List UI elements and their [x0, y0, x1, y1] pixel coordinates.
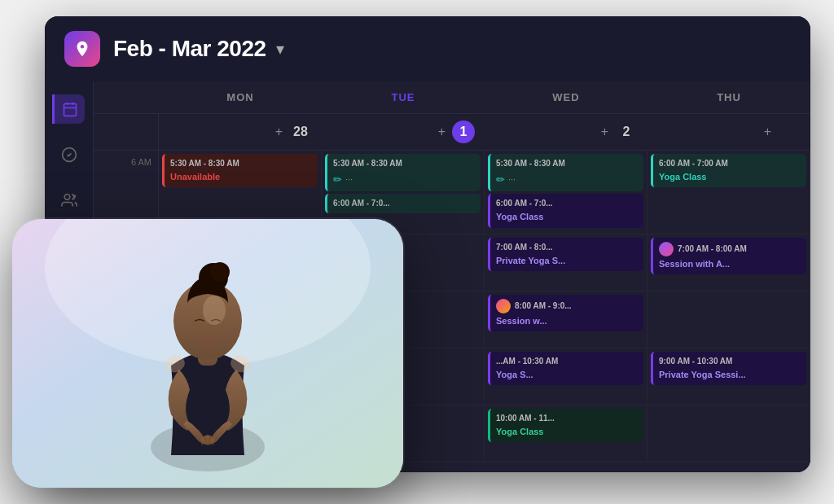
phone-content	[12, 219, 403, 488]
event-wed-530-time: 5:30 AM - 8:30 AM	[496, 158, 638, 169]
cal-cell-thu-8am	[647, 291, 810, 348]
event-thu-yoga-600[interactable]: 6:00 AM - 7:00 AM Yoga Class	[651, 154, 806, 187]
event-tue-600[interactable]: 6:00 AM - 7:0...	[325, 194, 481, 213]
event-tue-530-time: 5:30 AM - 8:30 AM	[333, 158, 475, 169]
event-wed-session-800[interactable]: 8:00 AM - 9:0... Session w...	[488, 295, 643, 331]
event-thu-900-time: 9:00 AM - 10:30 AM	[659, 356, 801, 367]
event-wed-700-time: 7:00 AM - 8:0...	[496, 242, 638, 253]
event-wed-private-700[interactable]: 7:00 AM - 8:0... Private Yoga S...	[488, 238, 643, 271]
time-col-header	[94, 81, 159, 113]
event-tue-600-time: 6:00 AM - 7:0...	[333, 198, 475, 209]
event-tue-530[interactable]: 5:30 AM - 8:30 AM ✏ ···	[325, 154, 481, 191]
date-num-tue: 1	[452, 121, 475, 143]
cal-cell-wed-9am: ...AM - 10:30 AM Yoga S...	[485, 348, 647, 405]
event-wed-530[interactable]: 5:30 AM - 8:30 AM ✏ ···	[488, 154, 643, 191]
cal-cell-wed-7am: 7:00 AM - 8:0... Private Yoga S...	[485, 234, 647, 291]
location-pin-icon	[73, 40, 91, 58]
add-event-wed[interactable]: +	[601, 125, 608, 139]
dots-tue: ···	[345, 173, 353, 186]
edit-icon-wed[interactable]: ✏	[496, 173, 505, 187]
app-logo	[64, 31, 100, 67]
event-wed-yoga-1000[interactable]: 10:00 AM - 11... Yoga Class	[488, 409, 643, 442]
edit-icon-tue[interactable]: ✏	[333, 173, 342, 187]
day-headers: MON TUE WED THU	[94, 81, 810, 114]
chevron-down-icon[interactable]: ▾	[276, 39, 284, 59]
event-thu-private-900[interactable]: 9:00 AM - 10:30 AM Private Yoga Sessi...	[651, 352, 806, 385]
day-header-wed: WED	[485, 81, 647, 113]
svg-point-13	[210, 262, 230, 282]
event-unavailable-title: Unavailable	[170, 171, 312, 183]
event-wed-600-time: 6:00 AM - 7:0...	[496, 198, 638, 209]
cal-cell-wed-6am: 5:30 AM - 8:30 AM ✏ ··· 6:00 AM - 7:0...…	[485, 151, 647, 234]
event-unavailable[interactable]: 5:30 AM - 8:30 AM Unavailable	[162, 154, 318, 187]
date-row: + 28 + 1 + 2 +	[94, 114, 810, 151]
cal-cell-thu-7am: 7:00 AM - 8:00 AM Session with A...	[647, 234, 810, 291]
day-header-thu: THU	[647, 81, 810, 113]
date-num-thu	[778, 121, 801, 143]
event-thu-private-title: Private Yoga Sessi...	[659, 369, 801, 381]
cal-cell-wed-10am: 10:00 AM - 11... Yoga Class	[485, 405, 647, 462]
svg-point-16	[203, 296, 226, 325]
app-header: Feb - Mar 2022 ▾	[45, 16, 810, 81]
date-cell-thu: +	[647, 114, 810, 150]
event-unavailable-time: 5:30 AM - 8:30 AM	[170, 158, 312, 169]
day-header-mon: MON	[159, 81, 322, 113]
yoga-illustration	[12, 219, 403, 488]
event-wed-yoga-s-title: Yoga S...	[496, 369, 638, 381]
event-thu-700-time: 7:00 AM - 8:00 AM	[678, 243, 747, 255]
sidebar-check-icon[interactable]	[55, 140, 84, 169]
event-wed-900-1030[interactable]: ...AM - 10:30 AM Yoga S...	[488, 352, 643, 385]
event-wed-1000-time: 10:00 AM - 11...	[496, 413, 638, 424]
date-cell-mon: + 28	[159, 114, 322, 150]
sidebar-people-icon[interactable]	[55, 186, 84, 215]
header-title: Feb - Mar 2022	[113, 36, 266, 62]
add-event-thu[interactable]: +	[764, 125, 771, 139]
event-wed-private-title: Private Yoga S...	[496, 255, 638, 267]
date-num-mon: 28	[289, 121, 312, 143]
event-thu-600-time: 6:00 AM - 7:00 AM	[659, 158, 801, 169]
svg-point-5	[64, 195, 70, 200]
event-thu-session-title: Session with A...	[659, 258, 801, 270]
date-num-wed: 2	[615, 121, 638, 143]
date-cell-tue: + 1	[322, 114, 485, 150]
event-thu-yoga-title: Yoga Class	[659, 171, 801, 183]
svg-point-6	[73, 195, 76, 197]
event-wed-session-title: Session w...	[496, 315, 638, 327]
avatar-thu	[659, 242, 674, 256]
event-wed-yoga-title: Yoga Class	[496, 211, 638, 223]
event-wed-yoga-1000-title: Yoga Class	[496, 426, 638, 438]
sidebar-calendar-icon[interactable]	[52, 94, 85, 124]
add-event-mon[interactable]: +	[275, 125, 283, 139]
date-cell-wed: + 2	[485, 114, 647, 150]
cal-cell-wed-8am: 8:00 AM - 9:0... Session w...	[485, 291, 647, 348]
cal-cell-thu-10am	[647, 405, 810, 462]
add-event-tue[interactable]: +	[438, 125, 446, 139]
phone-overlay	[12, 219, 403, 488]
event-wed-800-time: 8:00 AM - 9:0...	[515, 300, 572, 312]
day-header-tue: TUE	[322, 81, 485, 113]
cal-cell-thu-9am: 9:00 AM - 10:30 AM Private Yoga Sessi...	[647, 348, 810, 405]
svg-rect-0	[64, 103, 76, 116]
event-wed-900-time: ...AM - 10:30 AM	[496, 356, 638, 367]
event-thu-session-700[interactable]: 7:00 AM - 8:00 AM Session with A...	[651, 238, 806, 274]
dots-wed: ···	[508, 173, 516, 186]
event-wed-yoga-600[interactable]: 6:00 AM - 7:0... Yoga Class	[488, 194, 643, 227]
avatar-wed-800	[496, 299, 511, 313]
cal-cell-thu-6am: 6:00 AM - 7:00 AM Yoga Class	[647, 151, 810, 234]
